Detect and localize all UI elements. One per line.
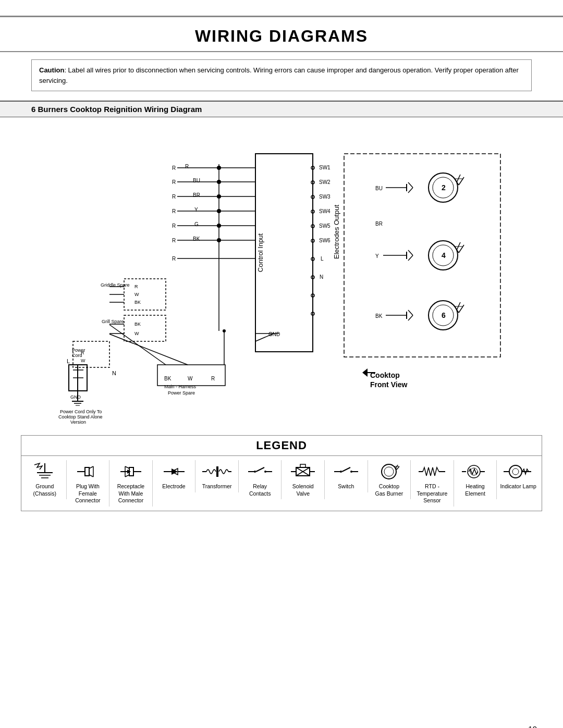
grill-spare-label: Grill Spare [102,319,124,324]
bu-label-right: BU [375,186,383,191]
caution-text: : Label all wires prior to disconnection… [39,66,519,84]
w-power: W [81,358,85,363]
svg-line-42 [454,305,459,313]
burner4-label: 4 [442,251,446,260]
caution-label: Caution [39,66,64,74]
burner2-label: 2 [442,183,446,192]
electrode-label: Electrode [162,483,185,490]
svg-point-122 [384,467,394,476]
br-label: BR [375,221,383,227]
y-sw4: Y [194,207,198,213]
svg-marker-98 [172,468,178,475]
r-sw6: R [172,238,176,243]
main-harness-label: Main - Harness [164,384,197,389]
cooktop-stand-alone-label: Cooktop Stand Alone [58,414,103,419]
r-sw1-2: R [185,164,189,169]
gnd-label: GND [268,331,280,337]
transformer-label: Transformer [202,483,232,490]
svg-point-106 [254,471,256,473]
legend-ground: Ground(Chassis) [23,460,67,499]
legend-transformer: Transformer [195,460,239,492]
power-spare-label: Power Spare [168,390,195,396]
r-sw2: R [172,179,176,185]
w-grill: W [134,331,139,336]
legend-items: Ground(Chassis) Plug WithFemaleConnector [21,456,542,511]
svg-rect-64 [124,315,166,341]
sw3-label: SW3 [319,194,331,200]
page-title: WIRING DIAGRAMS [0,27,563,46]
sw2-label: SW2 [319,179,331,185]
svg-point-55 [217,194,221,199]
burner6-label: 6 [442,311,446,319]
heating-element-symbol [461,462,489,481]
ground-symbol [32,462,58,481]
plug-female-label: Plug WithFemaleConnector [75,483,100,504]
legend-title: LEGEND [21,436,542,456]
sw1-label: SW1 [319,165,331,170]
svg-point-53 [217,166,221,170]
legend-plug-female: Plug WithFemaleConnector [67,460,110,507]
power-cord-only-label: Power Cord Only To [60,409,102,414]
l-line-label: L [67,358,70,364]
receptacle-male-symbol [118,462,144,481]
sw5-label: SW5 [319,223,331,229]
svg-point-54 [217,180,221,184]
r-sw1: R [172,165,176,171]
svg-line-78 [109,334,188,365]
svg-point-130 [468,465,480,478]
r-l: R [172,256,176,262]
br-sw3: BR [193,192,200,198]
switch-symbol [333,462,359,481]
diagram-area: Control Input Electrodes Output SW1 SW2 … [0,117,563,430]
r-sw5: R [172,223,176,229]
svg-line-88 [89,475,93,477]
svg-line-118 [342,467,350,472]
rtd-label: RTD -TemperatureSensor [417,483,448,504]
cooktop-gas-burner-label: CooktopGas Burner [375,483,403,497]
indicator-lamp-label: Indicator Lamp [500,483,536,490]
page: WIRING DIAGRAMS Caution: Label all wires… [0,16,563,728]
svg-line-38 [408,310,413,315]
plug-female-symbol [75,462,101,481]
title-rule [0,51,563,52]
svg-line-18 [408,182,413,188]
n-line-label: N [112,370,116,376]
page-number: 19 [528,724,537,728]
svg-point-58 [217,238,221,242]
svg-line-92 [125,466,129,468]
svg-line-43 [459,305,464,313]
bk-grill: BK [134,322,141,327]
w-griddle: W [134,292,139,297]
r-bottom: R [211,376,215,381]
l-label: L [321,256,324,262]
relay-label: RelayContacts [249,483,271,497]
svg-line-124 [397,466,399,470]
solenoid-label: SolenoidValve [292,483,314,497]
ground-label: Ground(Chassis) [33,483,56,497]
control-input-label: Control Input [256,233,264,272]
g-sw5: G [194,221,199,227]
svg-line-87 [89,466,93,468]
w-bottom: W [188,376,193,381]
section-header: 6 Burners Cooktop Reignition Wiring Diag… [0,101,563,117]
legend-relay: RelayContacts [239,460,282,499]
indicator-lamp-symbol [503,462,534,481]
r-sw4: R [172,208,176,214]
svg-rect-68 [157,365,225,386]
svg-point-80 [223,329,226,332]
title-section: WIRING DIAGRAMS [0,17,563,51]
svg-point-56 [217,209,221,213]
svg-point-135 [512,468,519,475]
svg-line-93 [125,475,129,477]
sw6-label: SW6 [319,238,331,243]
transformer-symbol [201,462,232,481]
electrode-symbol [161,462,187,481]
svg-line-32 [454,245,459,253]
svg-line-23 [459,177,464,185]
legend-section: LEGEND Ground(Chassis) [21,435,542,511]
legend-cooktop-gas-burner: CooktopGas Burner [368,460,411,499]
legend-receptacle-male: ReceptacleWith MaleConnector [109,460,153,507]
r-sw3: R [172,194,176,200]
bk-bottom: BK [164,376,172,381]
solenoid-symbol [290,462,316,481]
